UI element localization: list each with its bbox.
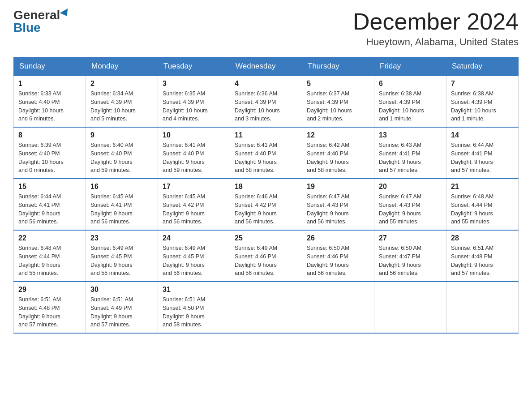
day-number: 11: [235, 131, 297, 139]
calendar-cell: 24Sunrise: 6:49 AM Sunset: 4:45 PM Dayli…: [158, 230, 230, 282]
day-info: Sunrise: 6:33 AM Sunset: 4:40 PM Dayligh…: [18, 90, 81, 123]
day-info: Sunrise: 6:51 AM Sunset: 4:48 PM Dayligh…: [18, 295, 81, 329]
day-number: 4: [235, 80, 297, 88]
day-info: Sunrise: 6:38 AM Sunset: 4:39 PM Dayligh…: [451, 90, 514, 123]
day-number: 17: [163, 183, 225, 191]
calendar-header-wednesday: Wednesday: [230, 57, 302, 76]
day-info: Sunrise: 6:37 AM Sunset: 4:39 PM Dayligh…: [307, 90, 369, 123]
day-number: 10: [163, 131, 225, 139]
calendar-cell: 25Sunrise: 6:49 AM Sunset: 4:46 PM Dayli…: [230, 230, 302, 282]
calendar-header-row: SundayMondayTuesdayWednesdayThursdayFrid…: [14, 57, 519, 76]
day-info: Sunrise: 6:41 AM Sunset: 4:40 PM Dayligh…: [163, 141, 225, 175]
calendar-header-thursday: Thursday: [302, 57, 374, 76]
day-info: Sunrise: 6:51 AM Sunset: 4:48 PM Dayligh…: [451, 244, 514, 278]
day-number: 9: [90, 131, 153, 139]
calendar-week-3: 15Sunrise: 6:44 AM Sunset: 4:41 PM Dayli…: [14, 179, 519, 230]
day-number: 29: [18, 286, 81, 294]
day-info: Sunrise: 6:39 AM Sunset: 4:40 PM Dayligh…: [18, 141, 81, 175]
calendar-cell: 30Sunrise: 6:51 AM Sunset: 4:49 PM Dayli…: [86, 282, 158, 333]
title-block: December 2024 Hueytown, Alabama, United …: [353, 9, 519, 48]
day-number: 3: [163, 80, 225, 88]
calendar-header-friday: Friday: [374, 57, 446, 76]
calendar-cell: 27Sunrise: 6:50 AM Sunset: 4:47 PM Dayli…: [374, 230, 446, 282]
calendar-cell: [446, 282, 519, 333]
day-info: Sunrise: 6:49 AM Sunset: 4:45 PM Dayligh…: [90, 244, 153, 278]
day-info: Sunrise: 6:43 AM Sunset: 4:41 PM Dayligh…: [379, 141, 442, 175]
subtitle: Hueytown, Alabama, United States: [353, 36, 519, 48]
day-number: 13: [379, 131, 442, 139]
day-info: Sunrise: 6:35 AM Sunset: 4:39 PM Dayligh…: [163, 90, 225, 123]
day-number: 31: [163, 286, 225, 294]
day-number: 26: [307, 234, 369, 242]
calendar-cell: 13Sunrise: 6:43 AM Sunset: 4:41 PM Dayli…: [374, 127, 446, 179]
day-number: 6: [379, 80, 442, 88]
day-info: Sunrise: 6:45 AM Sunset: 4:41 PM Dayligh…: [90, 193, 153, 226]
day-info: Sunrise: 6:51 AM Sunset: 4:50 PM Dayligh…: [163, 295, 225, 329]
day-number: 16: [90, 183, 153, 191]
calendar-cell: 26Sunrise: 6:50 AM Sunset: 4:46 PM Dayli…: [302, 230, 374, 282]
day-info: Sunrise: 6:49 AM Sunset: 4:46 PM Dayligh…: [235, 244, 297, 278]
calendar-cell: 23Sunrise: 6:49 AM Sunset: 4:45 PM Dayli…: [86, 230, 158, 282]
calendar-week-4: 22Sunrise: 6:48 AM Sunset: 4:44 PM Dayli…: [14, 230, 519, 282]
calendar-week-2: 8Sunrise: 6:39 AM Sunset: 4:40 PM Daylig…: [14, 127, 519, 179]
calendar-cell: 21Sunrise: 6:48 AM Sunset: 4:44 PM Dayli…: [446, 179, 519, 230]
calendar-cell: 10Sunrise: 6:41 AM Sunset: 4:40 PM Dayli…: [158, 127, 230, 179]
calendar-header-tuesday: Tuesday: [158, 57, 230, 76]
day-info: Sunrise: 6:49 AM Sunset: 4:45 PM Dayligh…: [163, 244, 225, 278]
day-info: Sunrise: 6:50 AM Sunset: 4:46 PM Dayligh…: [307, 244, 369, 278]
day-info: Sunrise: 6:51 AM Sunset: 4:49 PM Dayligh…: [90, 295, 153, 329]
day-number: 12: [307, 131, 369, 139]
day-info: Sunrise: 6:47 AM Sunset: 4:43 PM Dayligh…: [379, 193, 442, 226]
calendar-cell: 19Sunrise: 6:47 AM Sunset: 4:43 PM Dayli…: [302, 179, 374, 230]
day-info: Sunrise: 6:41 AM Sunset: 4:40 PM Dayligh…: [235, 141, 297, 175]
calendar-cell: 16Sunrise: 6:45 AM Sunset: 4:41 PM Dayli…: [86, 179, 158, 230]
day-info: Sunrise: 6:44 AM Sunset: 4:41 PM Dayligh…: [451, 141, 514, 175]
calendar-cell: 15Sunrise: 6:44 AM Sunset: 4:41 PM Dayli…: [14, 179, 86, 230]
calendar-cell: [230, 282, 302, 333]
calendar-week-1: 1Sunrise: 6:33 AM Sunset: 4:40 PM Daylig…: [14, 76, 519, 127]
day-number: 21: [451, 183, 514, 191]
day-info: Sunrise: 6:50 AM Sunset: 4:47 PM Dayligh…: [379, 244, 442, 278]
day-info: Sunrise: 6:40 AM Sunset: 4:40 PM Dayligh…: [90, 141, 153, 175]
main-title: December 2024: [353, 9, 519, 34]
day-number: 27: [379, 234, 442, 242]
calendar-cell: 11Sunrise: 6:41 AM Sunset: 4:40 PM Dayli…: [230, 127, 302, 179]
day-number: 25: [235, 234, 297, 242]
logo-triangle-icon: [60, 9, 71, 18]
day-number: 23: [90, 234, 153, 242]
day-number: 22: [18, 234, 81, 242]
calendar-cell: 14Sunrise: 6:44 AM Sunset: 4:41 PM Dayli…: [446, 127, 519, 179]
page-header: General Blue December 2024 Hueytown, Ala…: [13, 9, 519, 48]
calendar-cell: 18Sunrise: 6:46 AM Sunset: 4:42 PM Dayli…: [230, 179, 302, 230]
calendar-cell: 20Sunrise: 6:47 AM Sunset: 4:43 PM Dayli…: [374, 179, 446, 230]
calendar-cell: 5Sunrise: 6:37 AM Sunset: 4:39 PM Daylig…: [302, 76, 374, 127]
day-info: Sunrise: 6:48 AM Sunset: 4:44 PM Dayligh…: [451, 193, 514, 226]
calendar-cell: 17Sunrise: 6:45 AM Sunset: 4:42 PM Dayli…: [158, 179, 230, 230]
calendar-cell: 12Sunrise: 6:42 AM Sunset: 4:40 PM Dayli…: [302, 127, 374, 179]
day-number: 15: [18, 183, 81, 191]
calendar-cell: 22Sunrise: 6:48 AM Sunset: 4:44 PM Dayli…: [14, 230, 86, 282]
day-number: 8: [18, 131, 81, 139]
day-info: Sunrise: 6:45 AM Sunset: 4:42 PM Dayligh…: [163, 193, 225, 226]
calendar-header-monday: Monday: [86, 57, 158, 76]
day-number: 7: [451, 80, 514, 88]
day-info: Sunrise: 6:36 AM Sunset: 4:39 PM Dayligh…: [235, 90, 297, 123]
logo: General Blue: [13, 9, 70, 34]
logo-general: General: [13, 9, 60, 21]
calendar-header-sunday: Sunday: [14, 57, 86, 76]
day-number: 30: [90, 286, 153, 294]
calendar-cell: 7Sunrise: 6:38 AM Sunset: 4:39 PM Daylig…: [446, 76, 519, 127]
calendar-cell: 29Sunrise: 6:51 AM Sunset: 4:48 PM Dayli…: [14, 282, 86, 333]
calendar-cell: 1Sunrise: 6:33 AM Sunset: 4:40 PM Daylig…: [14, 76, 86, 127]
calendar-cell: 6Sunrise: 6:38 AM Sunset: 4:39 PM Daylig…: [374, 76, 446, 127]
calendar-cell: [302, 282, 374, 333]
day-info: Sunrise: 6:46 AM Sunset: 4:42 PM Dayligh…: [235, 193, 297, 226]
calendar-week-5: 29Sunrise: 6:51 AM Sunset: 4:48 PM Dayli…: [14, 282, 519, 333]
day-info: Sunrise: 6:38 AM Sunset: 4:39 PM Dayligh…: [379, 90, 442, 123]
calendar-cell: 31Sunrise: 6:51 AM Sunset: 4:50 PM Dayli…: [158, 282, 230, 333]
logo-blue: Blue: [13, 21, 41, 34]
calendar-cell: 2Sunrise: 6:34 AM Sunset: 4:39 PM Daylig…: [86, 76, 158, 127]
day-number: 19: [307, 183, 369, 191]
calendar-table: SundayMondayTuesdayWednesdayThursdayFrid…: [13, 57, 519, 334]
day-number: 2: [90, 80, 153, 88]
